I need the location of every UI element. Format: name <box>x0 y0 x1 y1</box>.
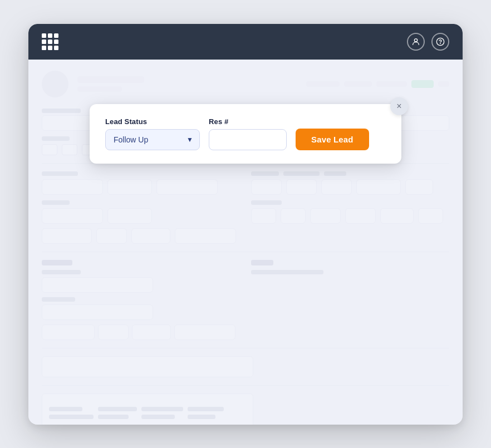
browser-window: Lead Status Follow Up Hot Lead Cold Lead… <box>28 24 463 425</box>
res-num-input[interactable] <box>209 129 287 150</box>
lead-status-field: Lead Status Follow Up Hot Lead Cold Lead… <box>105 117 200 150</box>
svg-point-0 <box>414 38 417 41</box>
lead-status-select[interactable]: Follow Up Hot Lead Cold Lead Closed Lost <box>105 129 200 150</box>
navbar <box>28 24 463 60</box>
svg-point-2 <box>440 43 441 44</box>
save-lead-button[interactable]: Save Lead <box>296 129 369 150</box>
res-num-label: Res # <box>209 117 287 126</box>
lead-status-select-wrapper: Follow Up Hot Lead Cold Lead Closed Lost… <box>105 129 200 150</box>
popup-row: Lead Status Follow Up Hot Lead Cold Lead… <box>105 117 386 150</box>
popup-overlay: Lead Status Follow Up Hot Lead Cold Lead… <box>28 60 463 425</box>
help-icon[interactable] <box>431 33 449 51</box>
close-button[interactable]: × <box>390 97 408 115</box>
res-num-field: Res # <box>209 117 287 150</box>
navbar-right <box>407 33 449 51</box>
grid-menu-icon[interactable] <box>42 33 58 50</box>
lead-status-label: Lead Status <box>105 117 200 126</box>
profile-icon[interactable] <box>407 33 425 51</box>
content-area: Lead Status Follow Up Hot Lead Cold Lead… <box>28 60 463 425</box>
popup-card: Lead Status Follow Up Hot Lead Cold Lead… <box>90 104 401 164</box>
